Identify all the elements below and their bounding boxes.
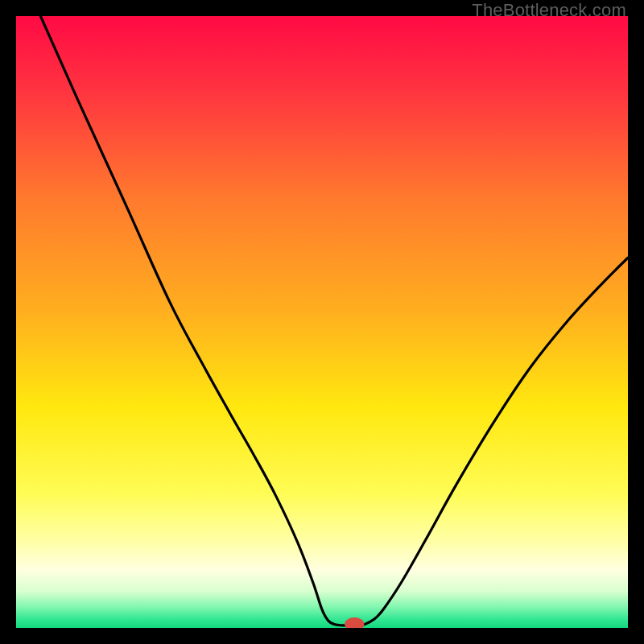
bottleneck-chart: [16, 16, 628, 628]
gradient-background: [16, 16, 628, 628]
watermark-text: TheBottleneck.com: [472, 0, 626, 21]
chart-plot-area: [16, 16, 628, 628]
